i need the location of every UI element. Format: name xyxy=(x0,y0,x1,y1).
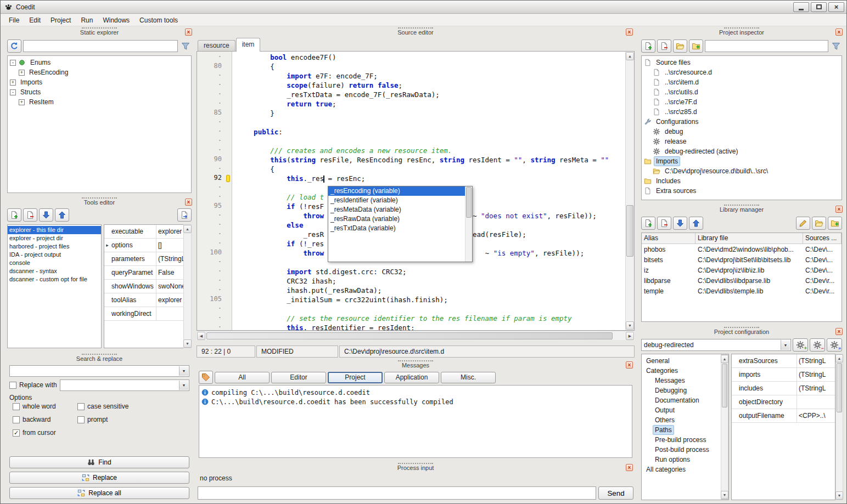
add-configuration-button[interactable]: + xyxy=(793,338,808,352)
code-line[interactable]: _initialSum = crc322uint(ihash.finish); xyxy=(237,295,625,304)
gutter-line[interactable]: 105 xyxy=(197,295,232,304)
gutter-line[interactable]: · xyxy=(197,323,232,331)
inspector-src-resource-d[interactable]: ..\src\resource.d xyxy=(642,67,842,77)
tools-grid-scrollbar[interactable]: ▲ ▼ xyxy=(183,224,192,348)
static-explorer-close-button[interactable]: × xyxy=(185,29,192,36)
panel-grip[interactable] xyxy=(82,197,117,199)
category-post-build-process[interactable]: Post-build process xyxy=(642,445,720,455)
move-tool-down-button[interactable] xyxy=(39,208,53,222)
checkbox-from-cursor[interactable]: ✓from cursor xyxy=(13,429,77,437)
code-editor[interactable]: ·80····85····90·92··95····100····105··· … xyxy=(197,51,635,331)
code-line[interactable]: import e7F: encode_7F; xyxy=(237,71,625,81)
inspector-filter-input[interactable] xyxy=(705,40,828,52)
column-library-file[interactable]: Library file xyxy=(695,233,803,244)
expander-icon[interactable]: + xyxy=(10,80,16,86)
add-folder-sources-button[interactable] xyxy=(689,39,703,53)
code-line[interactable]: this._res = resEnc; xyxy=(237,174,625,183)
symbol-filter-input[interactable] xyxy=(23,40,178,52)
filter-all-button[interactable]: All xyxy=(215,372,270,383)
inspector-debug-redirected-active[interactable]: debug-redirected (active) xyxy=(642,146,842,156)
tool-harbored-project-files[interactable]: harbored - project files xyxy=(8,242,101,251)
gutter-line[interactable]: · xyxy=(197,165,232,174)
expander-icon[interactable]: - xyxy=(10,89,16,95)
remove-library-button[interactable] xyxy=(657,217,671,230)
code-line[interactable]: CRC32 ihash; xyxy=(237,276,625,286)
process-input-close-button[interactable]: × xyxy=(626,464,633,471)
gutter-line[interactable]: · xyxy=(197,286,232,295)
menu-windows[interactable]: Windows xyxy=(98,15,134,26)
add-library-folder-button[interactable] xyxy=(828,217,842,230)
inspector-debug[interactable]: debug xyxy=(642,127,842,137)
tool-dscanner-syntax[interactable]: dscanner - syntax xyxy=(8,267,101,275)
add-library-button[interactable] xyxy=(641,217,655,230)
inspector-filter-button[interactable] xyxy=(830,40,842,52)
code-line[interactable]: scope(failure) return false; xyxy=(237,81,625,90)
search-term-combo[interactable]: ▼ xyxy=(9,365,189,377)
tool-console[interactable]: console xyxy=(8,259,101,267)
tool-explorer-this-file-dir[interactable]: explorer - this file dir xyxy=(8,226,101,234)
inspector-src-e7f-d[interactable]: ..\src\e7F.d xyxy=(642,97,842,107)
filter-misc-button[interactable]: Misc. xyxy=(441,372,496,383)
gutter-line[interactable]: · xyxy=(197,146,232,155)
scroll-up-button[interactable]: ▲ xyxy=(721,355,728,363)
category-pre-build-process[interactable]: Pre-build process xyxy=(642,435,720,445)
inspector-source-files[interactable]: Source files xyxy=(642,58,842,67)
remove-tool-button[interactable] xyxy=(23,208,37,222)
checkbox-case-sensitive[interactable]: case sensitive xyxy=(77,403,189,410)
gutter-line[interactable]: · xyxy=(197,220,232,230)
category-documentation[interactable]: Documentation xyxy=(642,395,720,405)
completion-item[interactable]: _resMetaData (variable) xyxy=(328,205,465,214)
filter-project-button[interactable]: Project xyxy=(328,372,383,383)
column-alias[interactable]: Alias xyxy=(642,233,695,244)
completion-item[interactable]: _resEncoding (variable) xyxy=(328,186,465,196)
code-line[interactable]: public: xyxy=(237,127,625,137)
library-row[interactable]: phobosC:\Dev\dmd2\windows\lib\phob...C:\… xyxy=(642,244,842,254)
close-button[interactable]: × xyxy=(828,2,844,12)
symbol-imports[interactable]: +Imports xyxy=(8,77,191,87)
symbol-enums[interactable]: -Enums xyxy=(8,58,191,67)
process-input-field[interactable] xyxy=(198,486,596,500)
gutter-line[interactable]: 92 xyxy=(197,174,232,183)
inspector-src-item-d[interactable]: ..\src\item.d xyxy=(642,77,842,87)
gutter-line[interactable]: 95 xyxy=(197,202,232,211)
code-line[interactable]: /// creates and encodes a new resource i… xyxy=(237,146,625,155)
code-line[interactable]: return true; xyxy=(237,99,625,109)
dropdown-button[interactable]: ▼ xyxy=(781,340,790,350)
panel-grip[interactable] xyxy=(82,354,117,355)
gutter-line[interactable]: · xyxy=(197,304,232,314)
inspector-c-dev-dproj-resource-d-build-src[interactable]: C:\Dev\dproj\resource.d\build\..\src\ xyxy=(642,166,842,176)
replace-all-button[interactable]: Replace all xyxy=(9,487,189,499)
clone-configuration-button[interactable]: » xyxy=(827,338,842,352)
replace-with-checkbox[interactable] xyxy=(9,382,16,389)
gutter-line[interactable]: · xyxy=(197,71,232,81)
remove-configuration-button[interactable]: − xyxy=(810,338,825,352)
symbol-resitem[interactable]: +ResItem xyxy=(8,97,191,107)
category-others[interactable]: Others xyxy=(642,415,720,425)
code-line[interactable]: _resTxtData = encode_7F(_resRawData); xyxy=(237,90,625,99)
scroll-down-button[interactable]: ▼ xyxy=(721,491,728,499)
expander-icon[interactable]: - xyxy=(10,60,16,66)
scroll-thumb[interactable] xyxy=(466,187,472,218)
code-line[interactable] xyxy=(237,304,625,314)
scroll-thumb[interactable] xyxy=(206,332,613,339)
add-tool-button[interactable] xyxy=(7,208,21,222)
move-library-up-button[interactable] xyxy=(689,217,703,230)
gutter-line[interactable]: · xyxy=(197,127,232,137)
gutter-line[interactable]: · xyxy=(197,137,232,146)
scroll-left-button[interactable]: ◀ xyxy=(197,332,205,340)
code-line[interactable]: bool encodee7F() xyxy=(237,53,625,62)
tab-item[interactable]: item xyxy=(236,38,261,52)
configuration-selector[interactable]: debug-redirected ▼ xyxy=(641,339,791,351)
send-button[interactable]: Send xyxy=(598,486,633,500)
category-run-options[interactable]: Run options xyxy=(642,455,720,465)
gutter-line[interactable]: 85 xyxy=(197,109,232,118)
category-messages[interactable]: Messages xyxy=(642,376,720,386)
message-context-button[interactable] xyxy=(199,371,213,384)
completion-item[interactable]: _resRawData (variable) xyxy=(328,214,465,224)
code-line[interactable]: } xyxy=(237,109,625,118)
tool-ida-project-output[interactable]: IDA - project output xyxy=(8,251,101,259)
gutter-line[interactable]: · xyxy=(197,258,232,267)
gutter-line[interactable]: 80 xyxy=(197,62,232,71)
panel-grip[interactable] xyxy=(724,327,759,328)
category-output[interactable]: Output xyxy=(642,405,720,415)
